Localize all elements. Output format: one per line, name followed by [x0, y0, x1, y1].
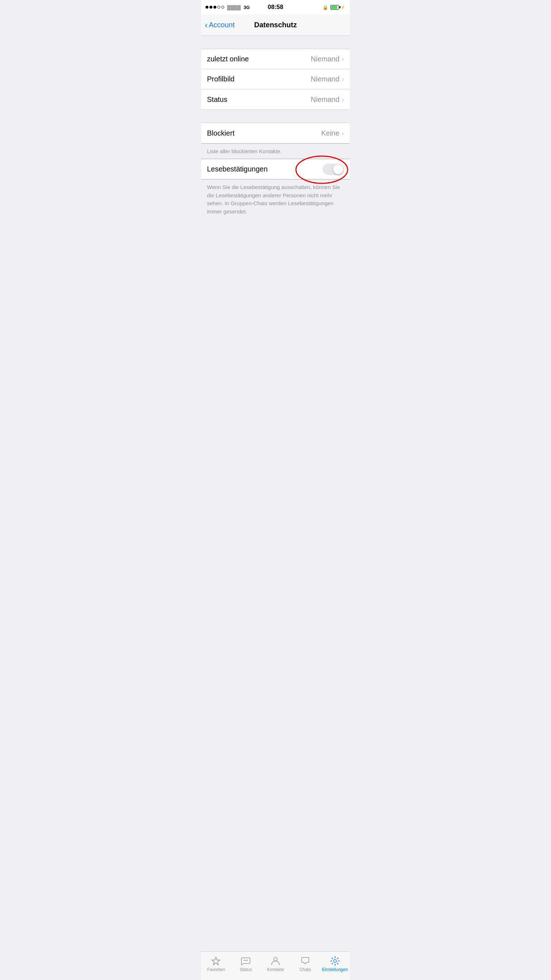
status-bar: ▓▓▓▓ 3G 08:58 🔒 ⚡ [201, 0, 350, 14]
lesebestatigungen-description: Wenn Sie die Lesebestätigung ausschalten… [207, 184, 340, 215]
page-title: Datenschutz [254, 21, 297, 29]
lesebestatigungen-description-row: Wenn Sie die Lesebestätigung ausschalten… [201, 179, 350, 219]
bolt-icon: ⚡ [341, 5, 346, 10]
profilbild-chevron: › [341, 75, 344, 83]
status-value: Niemand [311, 95, 339, 103]
section-spacer-top [201, 36, 350, 49]
status-label: Status [207, 95, 228, 103]
battery-fill [331, 6, 337, 9]
profilbild-value-container: Niemand › [311, 75, 344, 83]
status-value-container: Niemand › [311, 95, 344, 103]
status-row[interactable]: Status Niemand › [201, 89, 350, 110]
zuletzt-online-value-container: Niemand › [311, 55, 344, 63]
signal-dot-5 [221, 6, 224, 9]
signal-dot-4 [217, 6, 220, 9]
blockiert-description: Liste aller blockierten Kontakte. [207, 148, 282, 154]
blockiert-row[interactable]: Blockiert Keine › [201, 123, 350, 143]
status-chevron: › [341, 95, 344, 103]
blockiert-value: Keine [321, 129, 339, 137]
empty-content-area [201, 219, 350, 291]
battery-icon [330, 5, 339, 10]
blockiert-label: Blockiert [207, 129, 235, 137]
visibility-section: zuletzt online Niemand › Profilbild Niem… [201, 49, 350, 110]
back-button[interactable]: ‹ Account [205, 21, 235, 29]
zuletzt-online-row[interactable]: zuletzt online Niemand › [201, 49, 350, 69]
read-receipts-section: Lesebestätigungen [201, 159, 350, 179]
blockiert-value-container: Keine › [321, 129, 344, 137]
signal-dot-1 [205, 6, 209, 9]
status-time: 08:58 [268, 3, 283, 11]
blockiert-chevron: › [341, 129, 344, 137]
lesebestatigungen-row: Lesebestätigungen [201, 159, 350, 179]
main-content: zuletzt online Niemand › Profilbild Niem… [201, 36, 350, 323]
toggle-thumb [333, 164, 343, 174]
network-type: 3G [244, 5, 250, 10]
lesebestatigungen-label: Lesebestätigungen [207, 165, 268, 173]
signal-dot-3 [213, 6, 216, 9]
signal-dot-2 [210, 6, 212, 9]
lesebestatigungen-toggle[interactable] [322, 164, 344, 175]
nav-bar: ‹ Account Datenschutz [201, 14, 350, 36]
toggle-container [322, 164, 344, 175]
back-label: Account [209, 21, 235, 29]
back-chevron-icon: ‹ [205, 21, 208, 29]
profilbild-label: Profilbild [207, 75, 235, 83]
section-spacer-mid [201, 110, 350, 123]
zuletzt-online-label: zuletzt online [207, 55, 249, 63]
profilbild-row[interactable]: Profilbild Niemand › [201, 69, 350, 89]
blockiert-description-row: Liste aller blockierten Kontakte. [201, 143, 350, 159]
lock-icon: 🔒 [322, 5, 328, 10]
signal-dots [205, 6, 224, 9]
zuletzt-online-value: Niemand [311, 55, 339, 63]
battery-container: ⚡ [330, 5, 346, 10]
profilbild-value: Niemand [311, 75, 339, 83]
zuletzt-online-chevron: › [341, 55, 344, 63]
toggle-track [322, 164, 344, 175]
status-left: ▓▓▓▓ 3G [205, 5, 250, 10]
status-right: 🔒 ⚡ [322, 5, 346, 10]
blocked-section: Blockiert Keine › [201, 123, 350, 143]
carrier-name: ▓▓▓▓ [227, 5, 241, 10]
